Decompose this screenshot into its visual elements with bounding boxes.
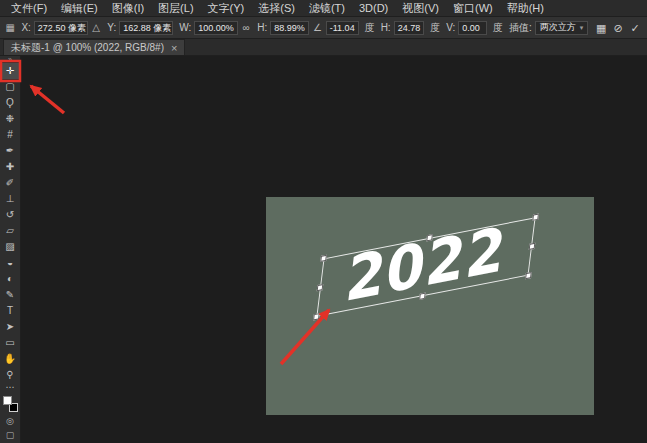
warp-mode-icon[interactable]: ▦ — [594, 20, 608, 36]
pen-tool[interactable]: ✎ — [1, 287, 20, 303]
eyedropper-tool[interactable]: ✒ — [1, 143, 20, 159]
v-skew-field[interactable]: 0.00 — [458, 21, 487, 35]
transform-handle-top-middle[interactable] — [426, 234, 433, 241]
menu-select[interactable]: 选择(S) — [251, 0, 302, 17]
h-skew-field[interactable]: 24.78 — [394, 21, 425, 35]
menu-view[interactable]: 视图(V) — [395, 0, 446, 17]
year-text-2022: 2022 — [317, 211, 535, 317]
type-tool[interactable]: T — [1, 303, 20, 319]
menu-help[interactable]: 帮助(H) — [500, 0, 551, 17]
v-skew-unit-label: 度 — [493, 21, 503, 35]
rotate-angle-icon: ∠ — [312, 22, 322, 33]
transform-handle-middle-left[interactable] — [317, 284, 324, 291]
transform-bounding-box[interactable]: 2022 — [316, 217, 535, 317]
screen-mode-icon[interactable]: ▢ — [1, 428, 20, 442]
move-tool[interactable]: ✛ — [1, 63, 20, 79]
interpolation-dropdown[interactable]: 两次立方 ▾ — [535, 21, 589, 35]
reference-point-icon[interactable]: ▦ — [5, 22, 15, 33]
transform-handle-middle-right[interactable] — [529, 243, 536, 250]
v-skew-label: V: — [446, 22, 455, 33]
crop-tool[interactable]: # — [1, 127, 20, 143]
quick-selection-tool[interactable]: ❉ — [1, 111, 20, 127]
menu-3d[interactable]: 3D(D) — [352, 0, 395, 17]
cancel-transform-icon[interactable]: ⊘ — [611, 20, 625, 36]
workspace: » ✛ ▢ Ϙ ❉ # ✒ ✚ ✐ ⊥ ↺ ▱ ▨ ◒ ◐ ✎ T ➤ ▭ ✋ … — [0, 56, 647, 443]
transform-handle-bottom-right[interactable] — [525, 272, 532, 279]
blur-tool[interactable]: ◒ — [1, 255, 20, 271]
tools-panel: » ✛ ▢ Ϙ ❉ # ✒ ✚ ✐ ⊥ ↺ ▱ ▨ ◒ ◐ ✎ T ➤ ▭ ✋ … — [0, 56, 21, 443]
chevron-down-icon: ▾ — [580, 24, 584, 32]
options-bar: ▦ X: 272.50 像素 △ Y: 162.88 像素 W: 100.00%… — [0, 17, 647, 39]
h-skew-label: H: — [381, 22, 391, 33]
close-icon[interactable]: × — [171, 43, 177, 53]
rotation-angle-field[interactable]: -11.04 — [326, 21, 359, 35]
dodge-tool[interactable]: ◐ — [1, 271, 20, 287]
zoom-tool[interactable]: ⚲ — [1, 367, 20, 383]
hand-tool[interactable]: ✋ — [1, 351, 20, 367]
clone-stamp-tool[interactable]: ⊥ — [1, 191, 20, 207]
document-tab-bar: 未标题-1 @ 100% (2022, RGB/8#) × — [0, 39, 647, 56]
menu-filter[interactable]: 滤镜(T) — [302, 0, 352, 17]
foreground-color-swatch[interactable] — [3, 396, 12, 405]
canvas-area[interactable]: 2022 — [21, 56, 647, 443]
document-image[interactable]: 2022 — [266, 197, 594, 415]
relative-delta-icon[interactable]: △ — [91, 22, 101, 33]
healing-brush-tool[interactable]: ✚ — [1, 159, 20, 175]
y-label: Y: — [107, 22, 116, 33]
menu-layer[interactable]: 图层(L) — [151, 0, 200, 17]
color-swatches[interactable] — [3, 396, 18, 412]
angle-unit-label: 度 — [365, 21, 375, 35]
height-label: H: — [257, 22, 267, 33]
gradient-tool[interactable]: ▨ — [1, 239, 20, 255]
h-skew-unit-label: 度 — [430, 21, 440, 35]
lasso-tool[interactable]: Ϙ — [1, 95, 20, 111]
y-position-field[interactable]: 162.88 像素 — [119, 21, 173, 35]
interpolation-label: 插值: — [509, 21, 532, 35]
quick-mask-icon[interactable]: ◎ — [1, 414, 20, 428]
x-label: X: — [21, 22, 30, 33]
edit-toolbar-dots-icon[interactable]: ⋯ — [6, 383, 15, 393]
height-field[interactable]: 88.99% — [270, 21, 309, 35]
menu-edit[interactable]: 编辑(E) — [54, 0, 105, 17]
menu-file[interactable]: 文件(F) — [4, 0, 54, 17]
eraser-tool[interactable]: ▱ — [1, 223, 20, 239]
menu-image[interactable]: 图像(I) — [105, 0, 151, 17]
transform-handle-top-left[interactable] — [320, 255, 327, 262]
transform-handle-bottom-middle[interactable] — [419, 293, 426, 300]
menu-bar: 文件(F) 编辑(E) 图像(I) 图层(L) 文字(Y) 选择(S) 滤镜(T… — [0, 0, 647, 17]
interpolation-value: 两次立方 — [540, 21, 576, 34]
marquee-tool[interactable]: ▢ — [1, 79, 20, 95]
x-position-field[interactable]: 272.50 像素 — [34, 21, 88, 35]
transform-handle-bottom-left[interactable] — [313, 313, 320, 320]
document-tab[interactable]: 未标题-1 @ 100% (2022, RGB/8#) × — [3, 39, 185, 55]
menu-window[interactable]: 窗口(W) — [446, 0, 500, 17]
path-selection-tool[interactable]: ➤ — [1, 319, 20, 335]
document-tab-title: 未标题-1 @ 100% (2022, RGB/8#) — [11, 41, 164, 55]
brush-tool[interactable]: ✐ — [1, 175, 20, 191]
width-field[interactable]: 100.00% — [194, 21, 238, 35]
transform-handle-top-right[interactable] — [532, 213, 539, 220]
history-brush-tool[interactable]: ↺ — [1, 207, 20, 223]
commit-transform-icon[interactable]: ✓ — [628, 20, 642, 36]
link-dimensions-icon[interactable]: ∞ — [241, 22, 251, 33]
width-label: W: — [179, 22, 191, 33]
menu-type[interactable]: 文字(Y) — [201, 0, 252, 17]
shape-tool[interactable]: ▭ — [1, 335, 20, 351]
